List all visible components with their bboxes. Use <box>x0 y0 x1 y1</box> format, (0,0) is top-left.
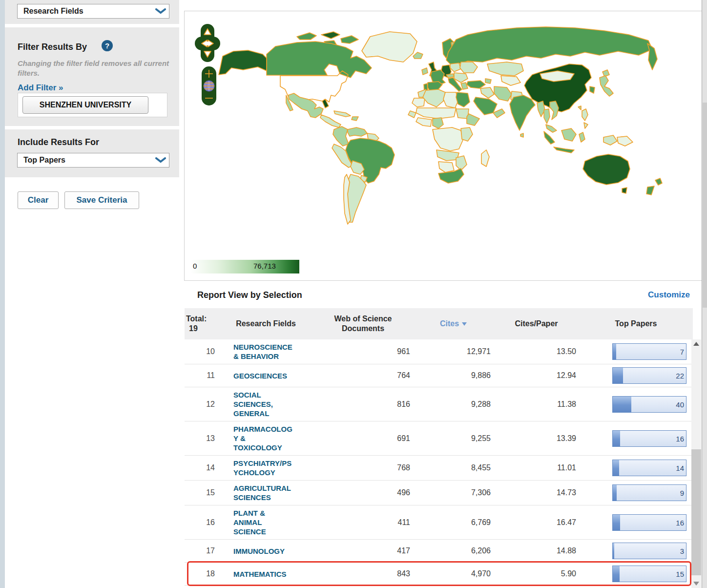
research-field-link[interactable]: PLANT & ANIMAL SCIENCE <box>233 508 293 536</box>
row-rank: 16 <box>185 518 219 527</box>
results-table-header: Total: 19 Research Fields Web of Science… <box>185 308 693 339</box>
top-papers-bar: 22 <box>612 367 686 384</box>
legend-min-value: 0 <box>193 262 197 270</box>
row-rank: 11 <box>185 371 219 380</box>
research-fields-dropdown[interactable]: Research Fields <box>17 4 169 19</box>
research-field-link[interactable]: SOCIAL SCIENCES, GENERAL <box>233 390 293 418</box>
top-papers-bar: 14 <box>612 460 686 476</box>
report-view-bar: Report View by Selection Customize <box>185 281 702 308</box>
clear-button[interactable]: Clear <box>18 191 59 209</box>
table-scrollbar[interactable] <box>691 339 701 588</box>
filter-chip-shenzhen-university[interactable]: SHENZHEN UNIVERSITY <box>22 96 148 114</box>
wos-documents-value: 691 <box>313 434 413 443</box>
table-scrollbar-thumb[interactable] <box>691 449 701 575</box>
top-papers-value: 16 <box>676 518 684 526</box>
add-filter-link[interactable]: Add Filter » <box>18 83 63 93</box>
research-field-link[interactable]: GEOSCIENCES <box>233 371 293 380</box>
column-header-cites-per-paper[interactable]: Cites/Paper <box>494 319 579 329</box>
table-row: 15AGRICULTURAL SCIENCES4967,30614.739 <box>185 481 693 505</box>
total-count-cell: Total: 19 <box>185 314 219 334</box>
table-row: 10NEUROSCIENCE & BEHAVIOR96112,97113.507 <box>185 339 693 364</box>
research-field-link[interactable]: AGRICULTURAL SCIENCES <box>233 483 293 502</box>
column-header-research-fields[interactable]: Research Fields <box>219 319 313 329</box>
scroll-down-button[interactable] <box>691 579 701 588</box>
results-table-body: 10NEUROSCIENCE & BEHAVIOR96112,97113.507… <box>185 339 693 588</box>
sidebar-section-field: Research Fields <box>5 0 179 24</box>
triangle-down-icon <box>693 582 699 586</box>
top-papers-value: 16 <box>676 434 684 442</box>
wos-documents-value: 843 <box>313 569 413 578</box>
top-papers-value: 22 <box>676 372 684 380</box>
research-field-link[interactable]: PHARMACOLOGY & TOXICOLOGY <box>233 424 293 452</box>
sidebar-section-filter: Filter Results By ? Changing the filter … <box>5 27 179 126</box>
legend-max-value: 76,713 <box>253 262 276 270</box>
page-scrollbar-thumb[interactable] <box>703 103 707 308</box>
research-field-link[interactable]: IMMUNOLOGY <box>233 546 293 556</box>
wos-documents-value: 496 <box>313 488 413 497</box>
cites-value: 9,255 <box>413 434 494 443</box>
save-criteria-button[interactable]: Save Criteria <box>64 191 139 209</box>
top-papers-value: 3 <box>680 547 684 555</box>
table-row: 12SOCIAL SCIENCES, GENERAL8169,28811.384… <box>185 387 693 421</box>
cites-per-paper-value: 14.73 <box>494 488 579 497</box>
cites-per-paper-value: 13.39 <box>494 434 579 443</box>
globe-icon <box>204 81 214 91</box>
top-papers-bar-fill <box>613 460 619 476</box>
choropleth-world-map[interactable] <box>185 13 702 260</box>
chevron-down-icon[interactable] <box>152 4 169 18</box>
table-row: 13PHARMACOLOGY & TOXICOLOGY6919,25513.39… <box>185 421 693 456</box>
research-field-link[interactable]: MATHEMATICS <box>233 569 293 579</box>
top-papers-bar-fill <box>613 543 614 559</box>
column-header-wos-documents[interactable]: Web of Science Documents <box>313 314 413 334</box>
top-papers-bar-fill <box>613 397 631 412</box>
row-rank: 12 <box>185 400 219 409</box>
top-papers-bar: 16 <box>612 514 686 531</box>
wos-documents-value: 764 <box>313 371 413 380</box>
cites-label: Cites <box>440 319 459 328</box>
cites-value: 9,288 <box>413 400 494 409</box>
row-rank: 15 <box>185 488 219 497</box>
research-field-link[interactable]: PSYCHIATRY/PSYCHOLOGY <box>233 459 293 477</box>
cites-per-paper-value: 13.50 <box>494 347 579 356</box>
top-papers-bar-fill <box>613 368 623 383</box>
column-header-cites-sorted[interactable]: Cites <box>413 319 494 329</box>
help-icon[interactable]: ? <box>102 40 113 51</box>
customize-link[interactable]: Customize <box>648 290 690 300</box>
wos-documents-value: 768 <box>313 463 413 472</box>
cites-per-paper-value: 5.90 <box>494 569 579 578</box>
row-rank: 18 <box>185 569 219 578</box>
total-count: 19 <box>186 324 198 333</box>
cites-value: 12,971 <box>413 347 494 356</box>
top-papers-bar: 3 <box>612 543 686 559</box>
cites-value: 8,455 <box>413 463 494 472</box>
wos-documents-value: 411 <box>313 518 413 527</box>
row-rank: 13 <box>185 434 219 443</box>
table-row: 0ALL FIELDS37,472659,20417.59847 <box>185 586 693 588</box>
top-papers-bar-fill <box>613 566 620 582</box>
top-papers-bar-fill <box>613 344 616 359</box>
column-header-top-papers[interactable]: Top Papers <box>579 319 693 329</box>
top-papers-bar-fill <box>613 485 617 501</box>
map-zoom-control[interactable] <box>202 66 216 105</box>
page-scrollbar[interactable] <box>702 0 707 588</box>
world-map-panel[interactable]: 0 76,713 <box>184 11 702 281</box>
row-rank: 10 <box>185 347 219 356</box>
top-papers-bar-fill <box>613 431 620 446</box>
top-papers-value: 40 <box>676 400 684 408</box>
map-pan-control[interactable] <box>195 24 220 62</box>
report-view-title: Report View by Selection <box>197 290 302 300</box>
top-papers-bar: 7 <box>612 343 686 360</box>
map-countries[interactable] <box>219 27 662 224</box>
wos-documents-value: 961 <box>313 347 413 356</box>
table-row: 16PLANT & ANIMAL SCIENCE4116,76916.4716 <box>185 505 693 540</box>
cites-value: 7,306 <box>413 488 494 497</box>
top-papers-value: 15 <box>676 570 684 578</box>
scroll-up-button[interactable] <box>691 339 701 348</box>
include-results-dropdown[interactable]: Top Papers <box>17 153 169 168</box>
chevron-down-icon[interactable] <box>152 153 169 167</box>
research-field-link[interactable]: NEUROSCIENCE & BEHAVIOR <box>233 342 293 361</box>
top-papers-value: 14 <box>676 464 684 472</box>
row-rank: 14 <box>185 463 219 472</box>
active-filter-box: SHENZHEN UNIVERSITY <box>18 93 167 117</box>
cites-per-paper-value: 12.94 <box>494 371 579 380</box>
